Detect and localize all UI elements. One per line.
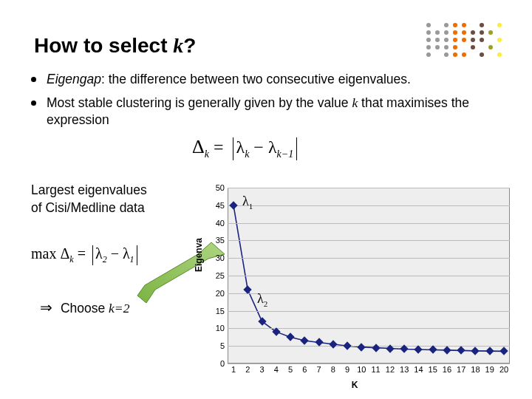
svg-point-21 xyxy=(497,38,502,42)
svg-point-22 xyxy=(426,45,431,50)
svg-point-27 xyxy=(488,45,493,50)
choose-value: k=2 xyxy=(109,301,129,316)
svg-point-11 xyxy=(471,30,475,35)
choose-label: Choose xyxy=(61,301,109,316)
title-text-prefix: How to select xyxy=(34,34,173,57)
svg-point-7 xyxy=(435,30,440,35)
implies-icon: ⇒ xyxy=(40,299,52,316)
chart-y-tick: 40 xyxy=(192,219,225,228)
svg-point-13 xyxy=(488,30,493,35)
chart-x-tick: 11 xyxy=(369,365,383,374)
chart-x-tick: 3 xyxy=(256,365,269,374)
chart-y-tick: 35 xyxy=(192,236,225,245)
bullet-1-rest: : the difference between two consecutive… xyxy=(101,72,411,86)
svg-point-2 xyxy=(453,23,457,27)
svg-point-17 xyxy=(453,38,457,42)
chart-x-tick: 13 xyxy=(398,365,411,374)
svg-point-20 xyxy=(480,38,484,42)
chart-x-tick: 2 xyxy=(241,365,254,374)
note-l2: of Cisi/Medline data xyxy=(31,200,145,215)
chart-x-tick: 5 xyxy=(284,365,297,374)
chart-xlabel: K xyxy=(192,380,517,390)
svg-point-19 xyxy=(471,38,475,42)
svg-point-10 xyxy=(462,30,466,35)
svg-point-30 xyxy=(453,52,457,57)
chart-y-tick: 20 xyxy=(192,289,225,298)
svg-point-3 xyxy=(462,23,466,27)
svg-point-8 xyxy=(444,30,449,35)
lambda2-label: λ2 xyxy=(257,291,267,308)
svg-point-25 xyxy=(453,45,457,50)
chart-y-tick: 50 xyxy=(192,183,225,192)
lambda1-label: λ1 xyxy=(242,194,253,211)
title-k: k xyxy=(173,34,183,57)
bullet-1: Eigengap: the difference between two con… xyxy=(31,71,495,89)
svg-point-33 xyxy=(497,52,502,57)
svg-point-4 xyxy=(480,23,484,27)
chart-x-tick: 6 xyxy=(298,365,311,374)
eigenvalue-chart: Eigenva K 051015202530354045501234567891… xyxy=(192,183,517,390)
bullet-2-pre: Most stable clustering is generally give… xyxy=(47,95,352,110)
chart-x-tick: 19 xyxy=(483,365,497,374)
svg-point-32 xyxy=(480,52,484,57)
chart-x-tick: 1 xyxy=(227,365,240,374)
chart-x-tick: 10 xyxy=(355,365,368,374)
chart-y-tick: 45 xyxy=(192,201,225,210)
bullet-1-term: Eigengap xyxy=(47,72,101,86)
svg-point-24 xyxy=(444,45,449,50)
svg-point-0 xyxy=(426,23,431,27)
chart-x-tick: 20 xyxy=(497,365,511,374)
chart-y-tick: 5 xyxy=(192,341,225,350)
svg-point-29 xyxy=(444,52,449,57)
chart-y-tick: 25 xyxy=(192,271,225,280)
chart-x-tick: 7 xyxy=(313,365,326,374)
chart-y-tick: 0 xyxy=(192,359,225,368)
svg-point-18 xyxy=(462,38,466,42)
decorative-dots xyxy=(424,21,505,61)
page-title: How to select k? xyxy=(34,34,196,58)
chart-x-tick: 17 xyxy=(454,365,468,374)
svg-point-28 xyxy=(426,52,431,57)
svg-point-9 xyxy=(453,30,457,35)
chart-x-tick: 9 xyxy=(341,365,354,374)
choose-k: ⇒ Choose k=2 xyxy=(40,299,129,316)
svg-point-16 xyxy=(444,38,449,42)
dataset-note: Largest eigenvalues of Cisi/Medline data xyxy=(31,182,179,216)
chart-x-tick: 18 xyxy=(468,365,482,374)
formula-eigengap: Δk = λk − λk−1 xyxy=(192,136,297,160)
title-text-suffix: ? xyxy=(183,34,196,57)
chart-y-tick: 30 xyxy=(192,253,225,262)
svg-point-26 xyxy=(471,45,475,50)
svg-point-1 xyxy=(444,23,449,27)
svg-point-14 xyxy=(426,38,431,42)
svg-point-15 xyxy=(435,38,440,42)
svg-point-12 xyxy=(480,30,484,35)
chart-x-tick: 12 xyxy=(383,365,397,374)
chart-x-tick: 14 xyxy=(412,365,425,374)
note-l1: Largest eigenvalues xyxy=(31,183,147,197)
chart-x-tick: 16 xyxy=(440,365,454,374)
bullet-list: Eigengap: the difference between two con… xyxy=(31,71,495,135)
bullet-dot-icon xyxy=(31,100,36,106)
chart-x-tick: 15 xyxy=(426,365,440,374)
svg-point-6 xyxy=(426,30,431,35)
svg-point-31 xyxy=(462,52,466,57)
formula-max-gap: max Δk = λ2 − λ1 xyxy=(31,245,137,265)
chart-y-tick: 10 xyxy=(192,324,225,332)
bullet-2: Most stable clustering is generally give… xyxy=(31,95,495,129)
svg-point-23 xyxy=(435,45,440,50)
svg-point-5 xyxy=(497,23,502,27)
chart-x-tick: 4 xyxy=(270,365,283,374)
chart-y-tick: 15 xyxy=(192,307,225,316)
bullet-dot-icon xyxy=(31,77,36,82)
chart-x-tick: 8 xyxy=(327,365,340,374)
